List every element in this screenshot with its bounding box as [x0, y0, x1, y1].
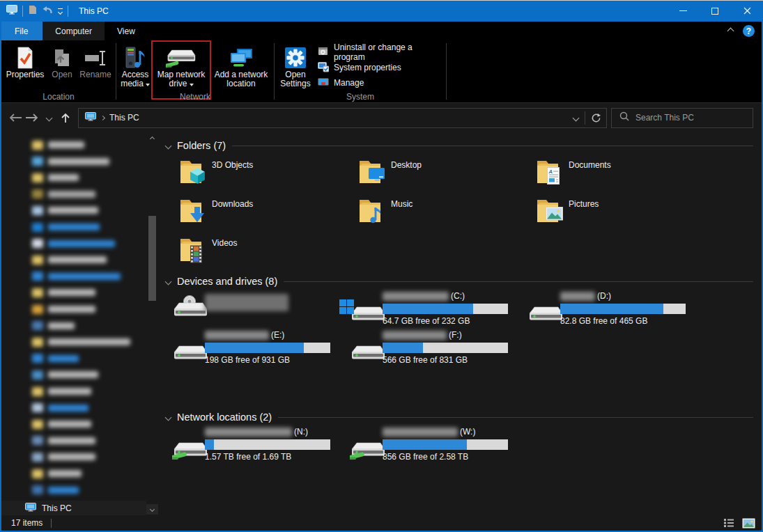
- tree-item-redacted[interactable]: [1, 301, 146, 318]
- breadcrumb[interactable]: This PC: [109, 113, 139, 123]
- tree-item-redacted[interactable]: [1, 334, 146, 350]
- tree-item-redacted[interactable]: [1, 448, 146, 465]
- tab-computer[interactable]: Computer: [43, 22, 105, 40]
- undo-icon[interactable]: [42, 5, 53, 17]
- tree-item-redacted[interactable]: [1, 235, 146, 252]
- items-count: 17 items: [11, 518, 43, 528]
- collapse-chevron-icon[interactable]: [165, 278, 172, 285]
- system-properties-button[interactable]: System properties: [315, 61, 445, 74]
- drive-tile-c[interactable]: (C:)64.7 GB free of 232 GB: [350, 291, 518, 329]
- help-icon[interactable]: ?: [743, 25, 755, 37]
- up-button[interactable]: [57, 109, 74, 127]
- tree-item-icon: [32, 206, 43, 215]
- tree-item-redacted[interactable]: [1, 383, 146, 400]
- system-menu-list: Uninstall or change a program System pro…: [315, 42, 445, 91]
- address-bar[interactable]: This PC: [78, 108, 607, 128]
- rename-button[interactable]: Rename: [77, 42, 114, 91]
- search-input[interactable]: Search This PC: [611, 108, 753, 128]
- folder-tile-videos[interactable]: Videos: [179, 233, 346, 268]
- collapse-chevron-icon[interactable]: [165, 142, 172, 149]
- tree-item-redacted[interactable]: [1, 400, 146, 416]
- map-network-drive-button[interactable]: Map network drive: [153, 42, 210, 91]
- folder-label: Documents: [569, 160, 611, 190]
- folder-tile-pictures[interactable]: Pictures: [536, 194, 703, 229]
- tree-item-redacted[interactable]: [1, 251, 146, 268]
- drive-tile-w[interactable]: (W:)856 GB free of 2.58 TB: [350, 427, 518, 464]
- maximize-button[interactable]: [699, 0, 731, 22]
- open-button[interactable]: Open: [47, 42, 77, 91]
- open-icon: [52, 45, 72, 70]
- folder-tile-documents[interactable]: ADocuments: [536, 155, 703, 190]
- tab-file[interactable]: File: [0, 22, 43, 40]
- explorer-body: This PC Folders (7) Devices and drives (…: [1, 132, 762, 515]
- drive-letter: (W:): [460, 427, 475, 437]
- folder-icon: [179, 155, 208, 187]
- drive-tile-d[interactable]: (D:)82.8 GB free of 465 GB: [527, 291, 696, 329]
- drive-tile-f[interactable]: (F:)566 GB free of 831 GB: [350, 330, 518, 368]
- uninstall-program-button[interactable]: Uninstall or change a program: [315, 46, 445, 58]
- details-view-button[interactable]: [721, 517, 737, 529]
- tree-item-redacted[interactable]: [1, 169, 146, 186]
- refresh-button[interactable]: [585, 109, 606, 127]
- open-settings-button[interactable]: Open Settings: [276, 42, 315, 91]
- section-header-devices[interactable]: Devices and drives (8): [166, 275, 753, 288]
- folder-label: 3D Objects: [212, 160, 253, 190]
- drive-tile-e[interactable]: (E:)198 GB free of 931 GB: [172, 330, 341, 368]
- manage-button[interactable]: Manage: [315, 77, 445, 89]
- folder-tile-music[interactable]: Music: [358, 194, 525, 229]
- add-network-location-button[interactable]: Add a network location: [210, 42, 272, 91]
- close-button[interactable]: [731, 0, 763, 22]
- folder-tile-desktop[interactable]: Desktop: [358, 155, 525, 190]
- qat-customize-icon[interactable]: [58, 8, 63, 14]
- section-header-network[interactable]: Network locations (2): [166, 411, 753, 423]
- ribbon: Properties Open Rename Location Access m…: [1, 40, 762, 103]
- tree-item-redacted[interactable]: [1, 465, 146, 482]
- scroll-down-icon[interactable]: [146, 504, 158, 515]
- tree-item-redacted[interactable]: [1, 202, 146, 219]
- tree-item-icon: [32, 305, 43, 314]
- collapse-chevron-icon[interactable]: [165, 414, 172, 421]
- film-glyph-icon: [189, 245, 203, 266]
- folder-icon: A: [536, 155, 565, 187]
- forward-button[interactable]: [24, 109, 40, 127]
- properties-button[interactable]: Properties: [3, 42, 47, 91]
- scroll-up-icon[interactable]: [146, 134, 158, 144]
- minimize-button[interactable]: [667, 0, 699, 22]
- tree-item-redacted[interactable]: [1, 482, 146, 499]
- recent-locations-button[interactable]: [40, 109, 57, 127]
- sidebar-scrollbar[interactable]: [146, 132, 158, 515]
- tree-item-redacted[interactable]: [1, 219, 146, 235]
- navigation-bar: This PC Search This PC: [1, 103, 762, 132]
- tree-item-this-pc[interactable]: This PC: [1, 501, 146, 515]
- minimize-ribbon-icon[interactable]: [727, 28, 734, 35]
- thumbnails-view-button[interactable]: [741, 517, 756, 529]
- qat-separator: [22, 6, 23, 17]
- network-drive-icon: [350, 435, 386, 464]
- address-dropdown-button[interactable]: [567, 109, 585, 127]
- tree-item-redacted[interactable]: [1, 366, 146, 383]
- tree-item-redacted[interactable]: [1, 416, 146, 432]
- qat-properties-icon[interactable]: [28, 5, 37, 17]
- open-settings-label: Open Settings: [280, 70, 310, 88]
- tree-item-redacted[interactable]: [1, 136, 146, 153]
- tree-item-redacted[interactable]: [1, 318, 146, 334]
- free-space-label: 856 GB free of 2.58 TB: [383, 452, 515, 462]
- drive-tile-n[interactable]: (N:)1.57 TB free of 1.69 TB: [172, 427, 341, 464]
- tree-item-redacted[interactable]: [1, 350, 146, 367]
- section-header-folders[interactable]: Folders (7): [166, 139, 753, 152]
- tree-item-redacted[interactable]: [1, 153, 146, 170]
- tree-item-redacted[interactable]: [1, 186, 146, 203]
- folder-tile-3d-objects[interactable]: 3D Objects: [179, 155, 346, 190]
- tab-view[interactable]: View: [105, 22, 148, 40]
- tree-item-redacted[interactable]: [1, 432, 146, 449]
- tree-item-label-redacted: [48, 191, 95, 198]
- back-button[interactable]: [7, 109, 24, 127]
- tree-item-redacted[interactable]: [1, 268, 146, 285]
- section-divider: [278, 417, 753, 418]
- access-media-button[interactable]: Access media: [118, 42, 153, 91]
- drive-tile-cd[interactable]: [172, 291, 341, 329]
- breadcrumb-chevron-icon[interactable]: [100, 115, 105, 120]
- scrollbar-thumb[interactable]: [148, 216, 156, 301]
- tree-item-redacted[interactable]: [1, 284, 146, 301]
- folder-tile-downloads[interactable]: Downloads: [179, 194, 346, 229]
